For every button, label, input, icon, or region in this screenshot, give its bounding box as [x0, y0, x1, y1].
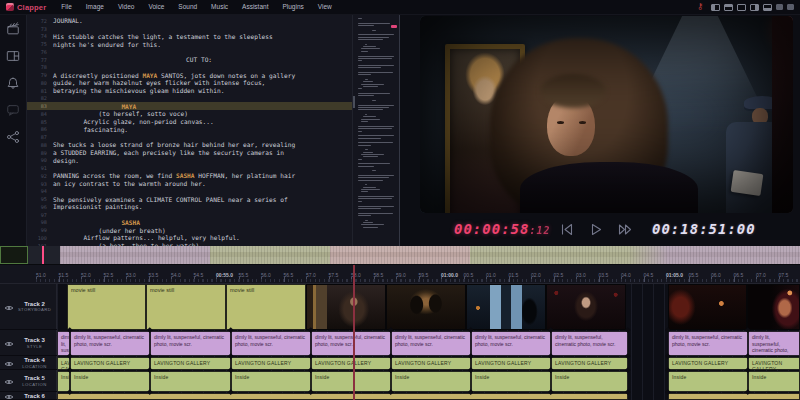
script-line: 96Impressionist paintings. — [27, 203, 352, 211]
ruler-tick-mark — [306, 277, 307, 282]
menu-item-video[interactable]: Video — [111, 0, 142, 14]
mic-muted-icon[interactable]: ⚷ — [697, 3, 703, 11]
transport-buttons — [560, 222, 631, 234]
script-text: nights he's endured for this. — [53, 41, 161, 48]
visibility-eye-icon[interactable] — [4, 393, 16, 400]
clip-cell[interactable]: movie still — [67, 284, 146, 330]
clip-cell[interactable]: Inside — [57, 371, 70, 392]
script-editor[interactable]: 72JOURNAL.7374His stubble catches the li… — [27, 14, 352, 246]
storyboard-thumbnail[interactable] — [466, 284, 546, 330]
panel-plain-icon[interactable] — [737, 4, 746, 11]
minimap-line — [361, 191, 368, 192]
minimap-line — [358, 72, 393, 73]
panel-right-icon[interactable] — [750, 4, 759, 11]
clip-cell[interactable]: dimly lit, suspenseful, cinematic photo,… — [471, 331, 551, 356]
storyboard-thumbnail[interactable] — [747, 284, 800, 330]
bell-icon[interactable] — [6, 76, 20, 90]
chat-icon[interactable] — [6, 103, 20, 117]
visibility-eye-icon[interactable] — [4, 372, 16, 390]
play-button[interactable] — [589, 222, 602, 234]
menu-item-music[interactable]: Music — [204, 0, 235, 14]
fast-forward-button[interactable] — [618, 222, 631, 234]
clip-cell[interactable]: Inside — [668, 371, 748, 392]
clip-cell[interactable]: dimly lit, suspenseful, cinematic photo,… — [391, 331, 471, 356]
storyboard-thumbnail[interactable] — [668, 284, 747, 330]
app-logo[interactable]: Clapper — [6, 3, 46, 12]
clip-cell[interactable]: LAVINGTON GALLERY — [668, 357, 748, 370]
clip-cell[interactable]: LAVINGTON GALLERY — [391, 357, 471, 370]
clip-cell[interactable]: Inside — [70, 371, 150, 392]
menu-item-assistant[interactable]: Assistant — [235, 0, 275, 14]
script-scrollbar-thumb[interactable] — [353, 96, 355, 108]
clip-cell[interactable]: dimly lit, suspenseful, cinematic photo,… — [668, 331, 748, 356]
menu-item-voice[interactable]: Voice — [141, 0, 171, 14]
clip-cell[interactable]: movie still — [146, 284, 226, 330]
storyboard-thumbnail[interactable] — [386, 284, 466, 330]
visibility-eye-icon[interactable] — [4, 298, 16, 316]
menu-item-view[interactable]: View — [311, 0, 339, 14]
track-header-track-6[interactable]: Track 6 — [0, 393, 57, 400]
duration-timecode: 00:18:51:00 — [652, 221, 756, 237]
clip-cell[interactable]: LAVINGTON GALLERY — [311, 357, 391, 370]
playhead[interactable] — [353, 265, 355, 400]
clip-cell[interactable] — [57, 393, 628, 400]
clip-cell[interactable]: LAVINGTON GALLERY — [150, 357, 231, 370]
clip-cell[interactable]: LAVINGTON GALLERY — [471, 357, 551, 370]
storyboard-thumbnail[interactable] — [546, 284, 626, 330]
clapperboard-icon[interactable] — [6, 22, 20, 36]
menu-item-file[interactable]: File — [54, 0, 78, 14]
clip-cell[interactable]: dimly lit, suspenseful, cinematic photo,… — [57, 331, 70, 356]
script-segment: (to herself, sotto voce) — [99, 110, 188, 117]
track-header-track-4[interactable]: Track 4LOCATION — [0, 357, 57, 370]
clip-label: LAVINGTON GALLERY — [672, 360, 728, 366]
clip-cell[interactable]: dimly lit, suspenseful, cinematic photo,… — [551, 331, 628, 356]
clip-cell[interactable]: Inside — [471, 371, 551, 392]
clip-cell[interactable]: dimly lit, suspenseful, cinematic photo,… — [150, 331, 231, 356]
panel-top-icon[interactable] — [724, 4, 733, 11]
track-type-label: STYLE — [16, 344, 53, 349]
clip-cell[interactable]: Inside — [311, 371, 391, 392]
clip-cell[interactable]: Inside — [391, 371, 471, 392]
clip-cell[interactable] — [668, 393, 800, 400]
clip-cell[interactable]: Inside — [551, 371, 628, 392]
menu-item-image[interactable]: Image — [79, 0, 111, 14]
panel-bottom-icon[interactable] — [763, 4, 772, 11]
clip-cell[interactable]: LAVINGTON GALLERY — [70, 357, 150, 370]
workflow-nodes-icon[interactable] — [6, 130, 20, 144]
script-text: a STUDDED EARRING, each precisely like t… — [53, 149, 284, 156]
clip-cell[interactable]: LAVINGTON GALLERY — [231, 357, 311, 370]
clip-cell[interactable]: Inside — [150, 371, 231, 392]
timeline-ruler[interactable]: 51.051.552.052.553.053.554.054.500:55.05… — [0, 265, 800, 284]
panel-left-icon[interactable] — [711, 4, 720, 11]
layout-panels-icon[interactable] — [6, 49, 20, 63]
clip-cell[interactable]: dimly lit, suspenseful, cinematic photo,… — [231, 331, 311, 356]
window-restore-icon[interactable] — [776, 4, 783, 10]
visibility-eye-icon[interactable] — [4, 357, 16, 370]
script-minimap[interactable] — [352, 14, 400, 246]
clip-cell[interactable]: Inside — [231, 371, 311, 392]
clip-cell[interactable]: dimly lit, suspenseful, cinematic photo,… — [70, 331, 150, 356]
timeline-overview[interactable] — [0, 246, 800, 265]
track-header-track-5[interactable]: Track 5LOCATION — [0, 371, 57, 392]
clip-cell[interactable]: movie still — [226, 284, 306, 330]
visibility-eye-icon[interactable] — [4, 334, 16, 352]
menu-item-sound[interactable]: Sound — [171, 0, 204, 14]
ruler-tick-label: 57.0 — [306, 272, 316, 278]
clip-cell[interactable]: LAVINGTON GALLERY — [551, 357, 628, 370]
skip-to-start-button[interactable] — [560, 222, 573, 234]
script-line: 86fascinating. — [27, 126, 352, 134]
overview-playhead[interactable] — [42, 246, 44, 264]
script-text: SASHA — [53, 219, 140, 226]
clip-cell[interactable]: Inside — [748, 371, 800, 392]
track-header-track-3[interactable]: Track 3STYLE — [0, 331, 57, 356]
track-header-column: Track 2STORYBOARDTrack 3STYLETrack 4LOCA… — [0, 284, 57, 400]
window-maximize-icon[interactable] — [787, 4, 794, 10]
clip-cell[interactable]: dimly lit, suspenseful, cinematic photo,… — [748, 331, 800, 356]
storyboard-thumbnail[interactable] — [306, 284, 386, 330]
clip-cell[interactable]: dimly lit, suspenseful, cinematic photo,… — [311, 331, 391, 356]
clip-cell[interactable]: LAVINGTON GALLERY — [748, 357, 800, 370]
menu-item-plugins[interactable]: Plugins — [275, 0, 310, 14]
minimap-line — [372, 30, 376, 31]
track-header-track-2[interactable]: Track 2STORYBOARD — [0, 284, 57, 330]
ruler-tick-label: 56.5 — [284, 272, 294, 278]
